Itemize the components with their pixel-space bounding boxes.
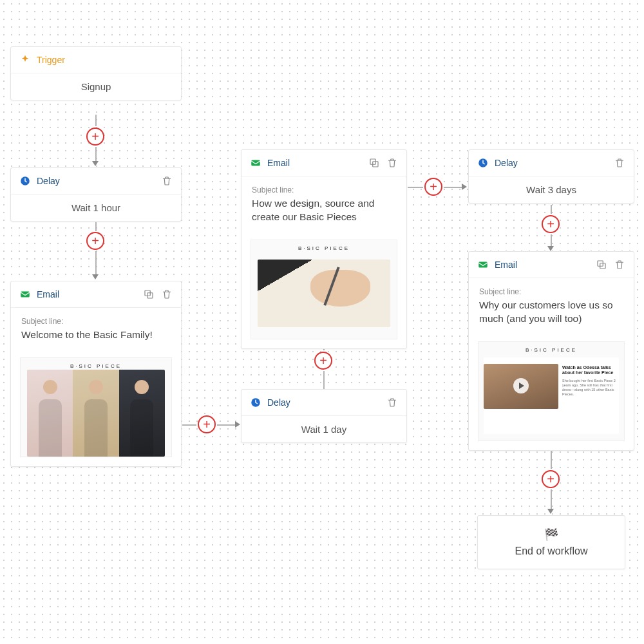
clock-icon (477, 156, 489, 169)
connector-line (95, 147, 97, 161)
email-header: Email (469, 252, 634, 278)
delay-header: Delay (11, 168, 181, 194)
add-step-button[interactable]: + (542, 215, 560, 233)
end-label: End of workflow (515, 545, 588, 556)
connector-line (408, 187, 423, 188)
connector-line (217, 424, 235, 426)
svg-rect-5 (251, 160, 260, 166)
connector-line (551, 205, 552, 214)
clock-icon (19, 175, 32, 187)
delay-type-label: Delay (267, 397, 290, 408)
email-header: Email (242, 150, 406, 176)
arrowhead-down-icon (92, 161, 99, 166)
delay-type-label: Delay (495, 158, 518, 168)
copy-icon[interactable] (142, 288, 155, 301)
arrowhead-right-icon (235, 421, 240, 428)
thumbnail-brand: B·SIC PIECE (21, 363, 171, 369)
svg-rect-1 (21, 292, 30, 298)
trash-icon[interactable] (613, 258, 626, 271)
delay-body: Wait 3 days (469, 176, 634, 203)
email-node-3[interactable]: Email Subject line: Why our customers lo… (468, 251, 634, 451)
mail-icon (477, 258, 489, 271)
svg-rect-9 (478, 262, 488, 268)
trash-icon[interactable] (386, 396, 399, 409)
flag-icon: 🏁 (484, 527, 618, 542)
connector-line (551, 451, 552, 469)
trigger-type-label: Trigger (37, 55, 65, 65)
copy-icon[interactable] (595, 258, 608, 271)
arrowhead-down-icon (92, 274, 99, 279)
delay-header: Delay (469, 150, 634, 176)
spark-icon (19, 53, 32, 66)
connector-line (95, 115, 97, 126)
trigger-header: Trigger (11, 47, 181, 73)
trigger-node[interactable]: Trigger Signup (10, 46, 182, 100)
add-step-button[interactable]: + (198, 415, 216, 433)
arrowhead-down-icon (547, 246, 554, 251)
trash-icon[interactable] (160, 288, 173, 301)
trash-icon[interactable] (386, 156, 399, 169)
mail-icon (249, 156, 262, 169)
email-type-label: Email (267, 158, 290, 168)
end-node: 🏁 End of workflow (477, 515, 625, 569)
delay-node-1[interactable]: Delay Wait 1 hour (10, 167, 182, 222)
email-type-label: Email (495, 260, 517, 270)
email-body: Subject line: How we design, source and … (242, 176, 406, 233)
delay-body: Wait 1 day (242, 416, 406, 442)
subject-text: Welcome to the Basic Family! (21, 328, 171, 342)
delay-body: Wait 1 hour (11, 194, 181, 221)
connector-line (551, 234, 552, 246)
email-thumbnail: B·SIC PIECE (20, 357, 172, 457)
thumbnail-brand: B·SIC PIECE (478, 347, 624, 353)
add-step-button[interactable]: + (86, 232, 104, 250)
subject-label: Subject line: (479, 287, 623, 296)
email-node-1[interactable]: Email Subject line: Welcome to the Basic… (10, 281, 182, 467)
connector-line (551, 489, 552, 509)
connector-line (95, 251, 97, 274)
testimonial-heading: Watch as Odessa talks about her favorite… (562, 365, 616, 376)
email-type-label: Email (37, 289, 59, 299)
trash-icon[interactable] (613, 156, 626, 169)
delay-header: Delay (242, 390, 406, 416)
email-body: Subject line: Welcome to the Basic Famil… (11, 308, 181, 351)
subject-text: How we design, source and create our Bas… (252, 197, 396, 224)
mail-icon (19, 288, 32, 301)
connector-line (182, 424, 196, 426)
arrowhead-down-icon (547, 509, 554, 514)
delay-node-2[interactable]: Delay Wait 1 day (241, 389, 407, 443)
copy-icon[interactable] (368, 156, 381, 169)
email-node-2[interactable]: Email Subject line: How we design, sourc… (241, 149, 407, 349)
connector-line (444, 187, 462, 188)
subject-label: Subject line: (252, 185, 396, 194)
add-step-button[interactable]: + (86, 128, 104, 146)
subject-label: Subject line: (21, 317, 171, 326)
add-step-button[interactable]: + (542, 470, 560, 488)
add-step-button[interactable]: + (424, 178, 442, 196)
arrowhead-right-icon (462, 184, 467, 190)
delay-node-3[interactable]: Delay Wait 3 days (468, 149, 634, 204)
connector-line (323, 371, 325, 389)
testimonial-body: She bought her first Basic Piece 2 years… (562, 379, 616, 397)
trash-icon[interactable] (160, 175, 173, 187)
email-thumbnail: B·SIC PIECE (251, 240, 397, 339)
connector-line (95, 222, 97, 231)
thumbnail-brand: B·SIC PIECE (251, 245, 397, 251)
email-body: Subject line: Why our customers love us … (469, 278, 634, 335)
clock-icon (249, 396, 262, 409)
play-icon (513, 378, 529, 393)
add-step-button[interactable]: + (314, 352, 332, 370)
trigger-body: Signup (11, 73, 181, 100)
email-header: Email (11, 281, 181, 308)
subject-text: Why our customers love us so much (and y… (479, 299, 623, 326)
email-thumbnail: B·SIC PIECE Watch as Odessa talks about … (478, 341, 625, 441)
delay-type-label: Delay (37, 176, 60, 186)
